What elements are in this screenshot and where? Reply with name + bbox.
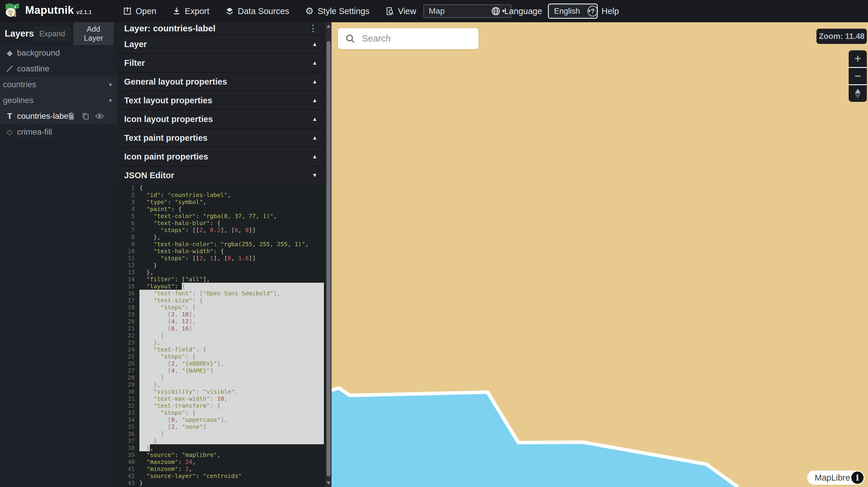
line-number: 23: [117, 339, 140, 346]
line-number: 7: [117, 227, 140, 233]
code-line[interactable]: 33 "stops": [: [117, 409, 326, 416]
layer-item-countries-label[interactable]: T countries-label: [0, 108, 117, 124]
layer-group-geolines[interactable]: geolines ▾: [0, 93, 117, 108]
layer-item-crimea-fill[interactable]: ◇ crimea-fill: [0, 124, 117, 140]
code-line[interactable]: 5 "text-color": "rgba(8, 37, 77, 1)",: [117, 213, 326, 220]
code-line[interactable]: 19 [2, 10],: [117, 311, 326, 318]
section-filter[interactable]: Filter ▲: [117, 54, 326, 73]
zoom-out-button[interactable]: −: [849, 67, 867, 85]
code-line[interactable]: 40 "maxzoom": 24,: [117, 458, 326, 465]
export-label: Export: [185, 6, 209, 16]
attribution-label[interactable]: MapLibre: [815, 473, 850, 483]
code-line[interactable]: 34 [0, "uppercase"],: [117, 416, 326, 423]
scrollbar-thumb[interactable]: [327, 41, 331, 477]
layer-label: coastline: [17, 64, 50, 73]
line-number: 6: [117, 220, 140, 227]
info-icon[interactable]: i: [851, 472, 864, 484]
code-line[interactable]: 24 "text-field": {: [117, 346, 326, 353]
style-settings-button[interactable]: ⚙ Style Settings: [304, 6, 369, 16]
duplicate-layer-icon[interactable]: [81, 111, 90, 121]
layer-group-countries[interactable]: countries ▾: [0, 77, 117, 93]
zoom-indicator: Zoom: 11.48: [816, 29, 867, 44]
code-line[interactable]: 17 "text-size": {: [117, 297, 326, 304]
code-line[interactable]: 11 "stops": [[2, 1], [6, 1.6]]: [117, 255, 326, 262]
fill-icon: ◆: [5, 48, 14, 58]
open-button[interactable]: Open: [122, 6, 156, 16]
code-line[interactable]: 16 "text-font": ["Open Sans Semibold"],: [117, 290, 326, 297]
expand-button[interactable]: Expand: [34, 27, 70, 41]
code-line[interactable]: 1{: [117, 184, 326, 191]
code-line[interactable]: 12 }: [117, 262, 326, 269]
panel-scrollbar[interactable]: [326, 22, 332, 487]
code-line[interactable]: 31 "text-max-width": 10,: [117, 395, 326, 402]
code-line[interactable]: 4 "paint": {: [117, 205, 326, 213]
help-button[interactable]: ? Help: [587, 0, 619, 22]
code-line[interactable]: 7 "stops": [[2, 0.2], [6, 0]]: [117, 227, 326, 233]
code-line[interactable]: 6 "text-halo-blur": {: [117, 220, 326, 227]
code-line[interactable]: 26 [2, "{ABBREV}"],: [117, 360, 326, 367]
scroll-up-arrow-icon[interactable]: [327, 25, 331, 28]
code-line[interactable]: 39 "source": "maplibre",: [117, 451, 326, 458]
section-icon-layout[interactable]: Icon layout properties ▲: [117, 110, 326, 129]
line-number: 42: [117, 473, 140, 479]
line-number: 20: [117, 318, 140, 325]
search-icon: [345, 33, 355, 44]
section-layer[interactable]: Layer ▲: [117, 35, 326, 54]
search-input[interactable]: [361, 33, 474, 44]
code-line[interactable]: 32 "text-transform": {: [117, 402, 326, 409]
selection-highlight: ]: [140, 332, 324, 339]
code-line[interactable]: 38 },: [117, 444, 326, 451]
line-number: 1: [117, 184, 140, 191]
data-sources-button[interactable]: Data Sources: [225, 6, 289, 16]
view-select-value: Map: [429, 6, 444, 16]
code-line[interactable]: 14 "filter": ["all"],: [117, 276, 326, 283]
code-line[interactable]: 42 "source-layer": "centroids": [117, 473, 326, 479]
code-line[interactable]: 8 },: [117, 233, 326, 240]
code-line[interactable]: 37 }: [117, 437, 326, 444]
map-canvas[interactable]: Zoom: 11.48 + − MapLibre i: [332, 22, 868, 487]
collapse-arrow-icon: ▲: [312, 60, 317, 66]
code-line[interactable]: 13 },: [117, 269, 326, 276]
code-line[interactable]: 30 "visibility": "visible",: [117, 388, 326, 395]
code-line[interactable]: 36 ]: [117, 430, 326, 437]
code-line[interactable]: 23 },: [117, 339, 326, 346]
code-line[interactable]: 27 [4, "{NAME}"]: [117, 367, 326, 374]
section-general-layout[interactable]: General layout properties ▲: [117, 73, 326, 91]
code-line[interactable]: 41 "minzoom": 2,: [117, 465, 326, 473]
line-number: 9: [117, 240, 140, 248]
visibility-eye-icon[interactable]: [95, 111, 104, 121]
add-layer-button[interactable]: Add Layer: [73, 22, 114, 45]
code-line[interactable]: 22 ]: [117, 332, 326, 339]
layer-editor-panel: Layer: countries-label ⋮ Layer ▲ Filter …: [117, 22, 326, 487]
code-line[interactable]: 9 "text-halo-color": "rgba(255, 255, 255…: [117, 240, 326, 248]
export-button[interactable]: Export: [172, 6, 209, 16]
section-icon-paint[interactable]: Icon paint properties ▲: [117, 148, 326, 166]
app-brand[interactable]: Maputnik v2.1.1: [4, 2, 92, 19]
code-line[interactable]: 21 [6, 16]: [117, 325, 326, 332]
language-control: Language English ▼: [491, 0, 598, 22]
compass-button[interactable]: [849, 84, 867, 102]
delete-layer-icon[interactable]: [67, 111, 76, 121]
json-editor-code[interactable]: 1{2 "id": "countries-label",3 "type": "s…: [117, 184, 326, 487]
kebab-menu-icon[interactable]: ⋮: [306, 24, 320, 33]
code-line[interactable]: 3 "type": "symbol",: [117, 198, 326, 205]
code-line[interactable]: 10 "text-halo-width": {: [117, 248, 326, 255]
code-line[interactable]: 15 "layout": {: [117, 283, 326, 290]
code-line[interactable]: 25 "stops": [: [117, 353, 326, 360]
code-line[interactable]: 18 "stops": [: [117, 304, 326, 311]
code-line[interactable]: 43}: [117, 479, 326, 486]
code-line[interactable]: 2 "id": "countries-label",: [117, 191, 326, 198]
section-text-layout[interactable]: Text layout properties ▲: [117, 91, 326, 110]
code-line[interactable]: 35 [2, "none"]: [117, 423, 326, 430]
layer-item-background[interactable]: ◆ background: [0, 45, 117, 61]
code-line[interactable]: 20 [4, 12],: [117, 318, 326, 325]
zoom-in-button[interactable]: +: [849, 50, 867, 67]
layer-item-coastline[interactable]: coastline: [0, 61, 117, 77]
code-line[interactable]: 29 },: [117, 381, 326, 388]
section-text-paint[interactable]: Text paint properties ▲: [117, 129, 326, 148]
section-label: Icon layout properties: [124, 115, 312, 124]
scroll-down-arrow-icon[interactable]: [327, 481, 331, 485]
section-label: Text layout properties: [124, 96, 312, 105]
section-json-editor[interactable]: JSON Editor ▼: [117, 166, 326, 185]
code-line[interactable]: 28 ]: [117, 374, 326, 381]
